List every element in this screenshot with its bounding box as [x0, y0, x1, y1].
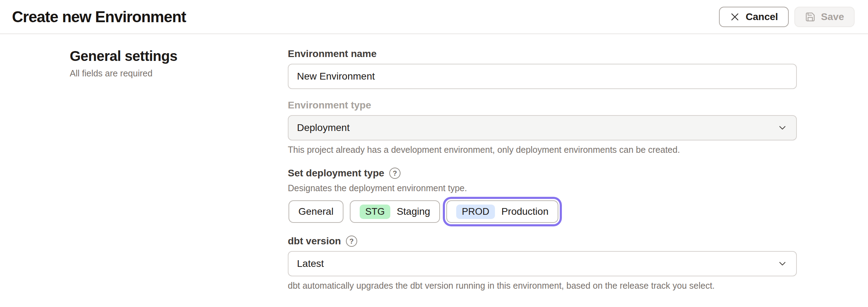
- environment-type-note: This project already has a development e…: [288, 145, 797, 155]
- create-environment-page: Create new Environment Cancel Save Gener…: [0, 0, 868, 307]
- save-button[interactable]: Save: [794, 7, 855, 27]
- field-dbt-version: dbt version ? Latest dbt automatically u…: [288, 236, 797, 291]
- cancel-label: Cancel: [746, 11, 778, 23]
- dbt-version-note: dbt automatically upgrades the dbt versi…: [288, 281, 797, 291]
- deployment-type-option-production[interactable]: PROD Production: [446, 200, 558, 223]
- help-icon[interactable]: ?: [389, 168, 401, 179]
- deployment-type-option-staging[interactable]: STG Staging: [350, 200, 440, 223]
- field-deployment-type: Set deployment type ? Designates the dep…: [288, 168, 797, 223]
- help-icon[interactable]: ?: [346, 236, 357, 247]
- environment-type-value: Deployment: [297, 122, 349, 133]
- settings-section-intro: General settings All fields are required: [70, 34, 218, 79]
- close-icon: [730, 12, 740, 22]
- environment-type-label: Environment type: [288, 100, 797, 111]
- chevron-down-icon: [777, 123, 788, 133]
- environment-name-label: Environment name: [288, 48, 797, 59]
- dbt-version-value: Latest: [297, 258, 324, 269]
- deployment-type-option-general[interactable]: General: [289, 200, 343, 223]
- page-header: Create new Environment Cancel Save: [0, 0, 868, 34]
- field-environment-name: Environment name: [288, 48, 797, 89]
- environment-name-input[interactable]: [288, 64, 797, 89]
- dbt-version-label: dbt version ?: [288, 236, 797, 247]
- dbt-version-label-text: dbt version: [288, 236, 341, 247]
- option-label: General: [298, 206, 334, 217]
- section-subheading: All fields are required: [70, 68, 218, 79]
- production-badge: PROD: [456, 205, 495, 219]
- page-body: General settings All fields are required…: [0, 34, 868, 307]
- save-label: Save: [821, 11, 844, 23]
- deployment-type-options: General STG Staging PROD Production: [288, 200, 797, 223]
- header-actions: Cancel Save: [719, 7, 855, 27]
- cancel-button[interactable]: Cancel: [719, 7, 789, 27]
- environment-form: Environment name Environment type Deploy…: [288, 34, 797, 307]
- deployment-type-label: Set deployment type ?: [288, 168, 797, 179]
- section-heading: General settings: [70, 48, 218, 64]
- option-label: Staging: [397, 206, 430, 217]
- environment-type-select[interactable]: Deployment: [288, 115, 797, 140]
- field-environment-type: Environment type Deployment This project…: [288, 100, 797, 155]
- staging-badge: STG: [360, 205, 391, 219]
- option-label: Production: [501, 206, 548, 217]
- chevron-down-icon: [777, 258, 788, 269]
- dbt-version-select[interactable]: Latest: [288, 251, 797, 276]
- deployment-type-description: Designates the deployment environment ty…: [288, 183, 797, 193]
- page-title: Create new Environment: [12, 8, 186, 26]
- save-icon: [805, 12, 816, 22]
- deployment-type-label-text: Set deployment type: [288, 168, 384, 179]
